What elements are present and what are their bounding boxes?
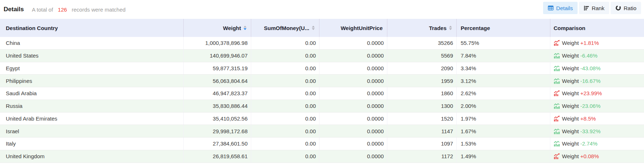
sort-icon-trades[interactable] xyxy=(449,26,452,30)
table-row: China 1,000,378,896.98 0.00 0.0000 35266… xyxy=(0,37,644,50)
cell-sum-of-money: 0.00 xyxy=(251,37,319,49)
column-header-weight-unit-price: WeightUnitPrice xyxy=(319,19,387,37)
ratio-view-button[interactable]: Ratio xyxy=(611,2,641,14)
cell-sum-of-money: 0.00 xyxy=(251,150,319,163)
trend-down-chart-icon xyxy=(554,103,560,109)
table-row: Russia 35,830,886.44 0.00 0.0000 1300 2.… xyxy=(0,100,644,113)
record-summary: A total of 126 records were matched xyxy=(32,7,126,13)
view-switcher: Details Rank Ratio xyxy=(543,2,641,14)
cell-sum-of-money: 0.00 xyxy=(251,113,319,125)
trend-down-chart-icon xyxy=(554,78,560,84)
cell-weight: 1,000,378,896.98 xyxy=(184,37,251,49)
record-count: 126 xyxy=(58,7,67,13)
cell-destination-country: Philippines xyxy=(0,75,184,87)
cell-trades: 1520 xyxy=(387,113,457,125)
cell-destination-country: Saudi Arabia xyxy=(0,87,184,100)
cell-destination-country: United Kingdom xyxy=(0,150,184,163)
trend-up-chart-icon xyxy=(554,153,560,159)
comparison-value: +23.99% xyxy=(580,90,602,96)
cell-trades: 1172 xyxy=(387,150,457,163)
comparison-value: -23.06% xyxy=(580,103,600,109)
cell-comparison: Weight +1.81% xyxy=(550,37,644,49)
cell-comparison: Weight -33.92% xyxy=(550,125,644,137)
table-row: Israel 29,998,172.68 0.00 0.0000 1147 1.… xyxy=(0,125,644,138)
cell-comparison: Weight -6.46% xyxy=(550,50,644,62)
cell-sum-of-money: 0.00 xyxy=(251,87,319,100)
comparison-metric-label: Weight xyxy=(562,52,579,59)
column-header-trades[interactable]: Trades xyxy=(387,19,457,37)
details-view-button[interactable]: Details xyxy=(543,2,578,14)
table-row: Egypt 59,877,315.19 0.00 0.0000 2090 3.3… xyxy=(0,62,644,75)
cell-trades: 1959 xyxy=(387,75,457,87)
cell-trades: 5569 xyxy=(387,50,457,62)
cell-comparison: Weight -23.06% xyxy=(550,100,644,112)
rank-bars-icon xyxy=(584,5,589,11)
cell-weight-unit-price: 0.0000 xyxy=(319,37,387,49)
table-row: Saudi Arabia 46,947,823.37 0.00 0.0000 1… xyxy=(0,87,644,100)
comparison-metric-label: Weight xyxy=(562,140,579,147)
table-row: United Arab Emirates 35,410,052.56 0.00 … xyxy=(0,113,644,125)
sort-icon-weight[interactable] xyxy=(244,26,246,30)
cell-weight: 35,410,052.56 xyxy=(184,113,251,125)
trend-down-chart-icon xyxy=(554,65,560,71)
trend-up-chart-icon xyxy=(554,115,560,122)
cell-sum-of-money: 0.00 xyxy=(251,125,319,137)
rank-view-label: Rank xyxy=(592,5,604,11)
comparison-metric-label: Weight xyxy=(562,90,579,96)
column-header-weight[interactable]: Weight xyxy=(184,19,251,37)
cell-weight: 59,877,315.19 xyxy=(184,62,251,75)
cell-sum-of-money: 0.00 xyxy=(251,75,319,87)
cell-percentage: 1.67% xyxy=(457,125,550,137)
cell-weight-unit-price: 0.0000 xyxy=(319,138,387,150)
cell-destination-country: United Arab Emirates xyxy=(0,113,184,125)
rank-view-button[interactable]: Rank xyxy=(579,2,609,14)
cell-destination-country: Italy xyxy=(0,138,184,150)
cell-percentage: 7.84% xyxy=(457,50,550,62)
cell-comparison: Weight +8.5% xyxy=(550,113,644,125)
cell-comparison: Weight +23.99% xyxy=(550,87,644,100)
cell-percentage: 3.12% xyxy=(457,75,550,87)
cell-weight-unit-price: 0.0000 xyxy=(319,75,387,87)
pie-chart-icon xyxy=(615,5,621,11)
cell-weight: 29,998,172.68 xyxy=(184,125,251,137)
cell-weight: 140,699,946.07 xyxy=(184,50,251,62)
comparison-metric-label: Weight xyxy=(562,115,579,122)
cell-percentage: 2.62% xyxy=(457,87,550,100)
cell-weight: 46,947,823.37 xyxy=(184,87,251,100)
cell-trades: 35266 xyxy=(387,37,457,49)
cell-sum-of-money: 0.00 xyxy=(251,100,319,112)
comparison-metric-label: Weight xyxy=(562,65,579,71)
table-body: China 1,000,378,896.98 0.00 0.0000 35266… xyxy=(0,37,644,163)
cell-comparison: Weight -16.67% xyxy=(550,75,644,87)
toolbar: Details A total of 126 records were matc… xyxy=(0,0,644,19)
column-header-comparison: Comparison xyxy=(550,19,644,37)
cell-weight-unit-price: 0.0000 xyxy=(319,100,387,112)
trend-up-chart-icon xyxy=(554,40,560,46)
cell-trades: 1147 xyxy=(387,125,457,137)
cell-weight-unit-price: 0.0000 xyxy=(319,62,387,75)
ratio-view-label: Ratio xyxy=(624,5,636,11)
cell-weight: 27,384,601.50 xyxy=(184,138,251,150)
column-header-sum-of-money[interactable]: SumOfMoney(U... xyxy=(251,19,319,37)
cell-weight: 56,063,804.64 xyxy=(184,75,251,87)
trend-down-chart-icon xyxy=(554,128,560,134)
trend-down-chart-icon xyxy=(554,140,560,147)
comparison-value: -6.46% xyxy=(580,52,598,59)
table-row: United Kingdom 26,819,658.61 0.00 0.0000… xyxy=(0,150,644,163)
comparison-value: -16.67% xyxy=(580,78,600,84)
cell-percentage: 55.75% xyxy=(457,37,550,49)
cell-destination-country: Israel xyxy=(0,125,184,137)
trend-down-chart-icon xyxy=(554,52,560,59)
cell-comparison: Weight -2.74% xyxy=(550,138,644,150)
sort-icon-sum-of-money[interactable] xyxy=(312,26,315,30)
details-table: Destination Country Weight SumOfMoney(U.… xyxy=(0,19,644,163)
cell-sum-of-money: 0.00 xyxy=(251,62,319,75)
cell-trades: 2090 xyxy=(387,62,457,75)
cell-comparison: Weight -43.08% xyxy=(550,62,644,75)
cell-weight-unit-price: 0.0000 xyxy=(319,87,387,100)
cell-weight-unit-price: 0.0000 xyxy=(319,113,387,125)
table-row: United States 140,699,946.07 0.00 0.0000… xyxy=(0,50,644,62)
cell-destination-country: China xyxy=(0,37,184,49)
column-header-destination-country: Destination Country xyxy=(0,19,184,37)
cell-percentage: 1.97% xyxy=(457,113,550,125)
